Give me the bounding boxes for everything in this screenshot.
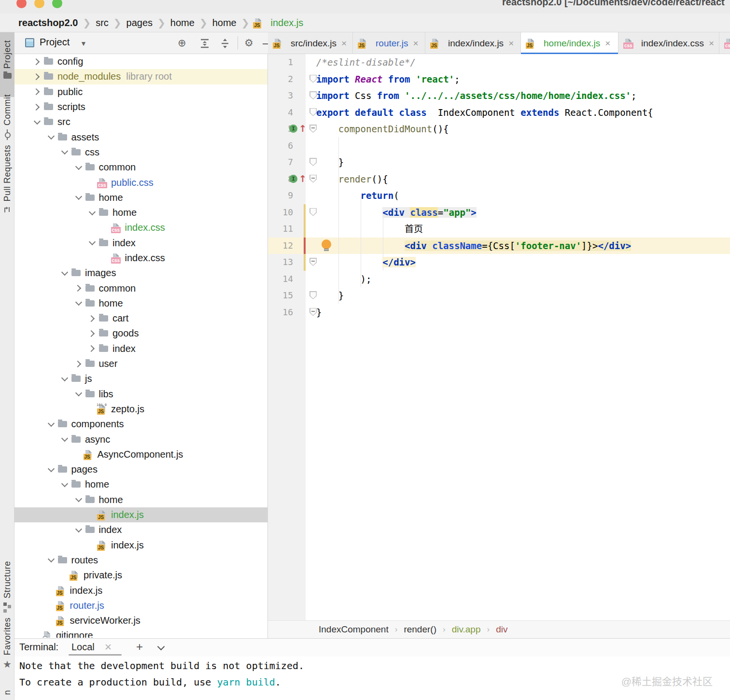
chevron-down-icon[interactable] (47, 556, 54, 562)
stripe-favorites-button[interactable]: Favorites ★ (0, 617, 14, 676)
tree-item-index.js[interactable]: JSindex.js (14, 538, 267, 553)
tree-item-index.js[interactable]: JSindex.js (14, 507, 267, 522)
tree-item-router.js[interactable]: JSrouter.js (14, 598, 267, 613)
tree-item-components[interactable]: components (14, 417, 267, 432)
settings-icon[interactable]: ⚙ (244, 36, 253, 50)
fold-marker-icon[interactable] (309, 208, 317, 216)
close-icon[interactable]: × (508, 38, 514, 49)
minimize-window-button[interactable] (34, 0, 44, 8)
fold-marker-icon[interactable] (309, 158, 317, 166)
fold-marker-icon[interactable] (309, 308, 317, 316)
chevron-down-icon[interactable]: ▼ (80, 40, 87, 47)
chevron-down-icon[interactable] (61, 435, 68, 442)
tab-partial[interactable]: css (719, 32, 730, 54)
chevron-down-icon[interactable] (61, 269, 68, 276)
chevron-down-icon[interactable] (47, 465, 54, 472)
tree-item-index.js[interactable]: JSindex.js (14, 583, 267, 598)
chevron-down-icon[interactable] (75, 299, 82, 306)
close-window-button[interactable] (16, 0, 27, 8)
tree-item-common[interactable]: common (14, 160, 267, 175)
tree-item-scripts[interactable]: scripts (14, 99, 267, 114)
chevron-right-icon[interactable] (88, 345, 95, 352)
chevron-down-icon[interactable] (47, 133, 54, 140)
fold-marker-icon[interactable] (309, 91, 317, 99)
tree-item-async[interactable]: async (14, 432, 267, 447)
tree-item-routes[interactable]: routes (14, 553, 267, 568)
chevron-down-icon[interactable] (89, 238, 96, 245)
tree-item-home[interactable]: home (14, 492, 267, 507)
tree-item-home[interactable]: home (14, 296, 267, 311)
code-editor[interactable]: 12345I↑678I↑910111213141516 /*eslint-dis… (268, 54, 730, 620)
breadcrumb-home[interactable]: home (170, 17, 195, 28)
tree-item-public.css[interactable]: csspublic.css (14, 175, 267, 190)
chevron-down-icon[interactable] (75, 495, 82, 502)
chevron-right-icon[interactable] (88, 330, 95, 337)
chevron-down-icon[interactable] (61, 375, 68, 381)
tree-item-images[interactable]: images (14, 266, 267, 280)
tree-item-src[interactable]: src (14, 114, 267, 129)
chevron-down-icon[interactable] (61, 480, 68, 487)
maximize-window-button[interactable] (52, 0, 62, 8)
breadcrumb-home2[interactable]: home (212, 17, 237, 28)
chevron-right-icon[interactable] (88, 315, 95, 322)
tree-item-common[interactable]: common (14, 280, 267, 295)
chevron-down-icon[interactable] (75, 163, 82, 170)
stripe-pull-requests-button[interactable]: Pull Requests (0, 145, 14, 232)
tree-item-public[interactable]: public (14, 84, 267, 99)
tree-item-pages[interactable]: pages (14, 462, 267, 477)
crumb-render[interactable]: render() (404, 624, 436, 635)
locate-icon[interactable]: ⊕ (178, 36, 186, 50)
chevron-down-icon[interactable] (47, 420, 54, 427)
tree-item-zepto.js[interactable]: JS101 0zepto.js (14, 402, 267, 417)
chevron-right-icon[interactable] (74, 361, 81, 367)
tree-item-serviceWorker.js[interactable]: JSserviceWorker.js (14, 613, 267, 628)
fold-marker-icon[interactable] (309, 75, 317, 83)
terminal-tab-local[interactable]: Local (71, 642, 95, 653)
tree-item-libs[interactable]: libs (14, 387, 267, 402)
tree-item-css[interactable]: css (14, 145, 267, 160)
close-icon[interactable]: × (709, 38, 714, 49)
crumb-div-app[interactable]: div.app (452, 624, 481, 635)
close-icon[interactable]: × (605, 38, 610, 49)
close-icon[interactable]: ✕ (104, 642, 112, 653)
chevron-down-icon[interactable] (89, 209, 96, 215)
tree-item-index[interactable]: index (14, 341, 267, 356)
stripe-structure-button[interactable]: Structure (0, 561, 14, 615)
tree-item-gitignore[interactable]: gitignore (14, 628, 267, 638)
tree-item-index.css[interactable]: cssindex.css (14, 251, 267, 266)
breadcrumb-file[interactable]: index.js (270, 17, 303, 28)
tab-index/index.css[interactable]: cssindex/index.css× (618, 32, 719, 54)
chevron-down-icon[interactable] (75, 390, 82, 396)
tab-home/index.js[interactable]: JShome/index.js× (521, 32, 618, 54)
chevron-right-icon[interactable] (33, 88, 40, 95)
breadcrumb-src[interactable]: src (96, 17, 109, 28)
chevron-down-icon[interactable] (157, 643, 165, 651)
tree-item-js[interactable]: js (14, 371, 267, 386)
collapse-all-icon[interactable] (219, 38, 231, 49)
chevron-right-icon[interactable] (33, 103, 40, 110)
tree-item-private.js[interactable]: JSprivate.js (14, 568, 267, 583)
fold-marker-icon[interactable] (309, 175, 317, 183)
crumb-component[interactable]: IndexComponent (319, 624, 389, 635)
expand-all-icon[interactable] (199, 38, 211, 49)
new-terminal-button[interactable]: + (136, 640, 143, 654)
fold-marker-icon[interactable] (309, 258, 317, 266)
override-marker-icon[interactable]: I (289, 125, 297, 133)
chevron-down-icon[interactable] (75, 193, 82, 200)
terminal-panel[interactable]: Terminal: Local ✕ + Note that the develo… (14, 638, 730, 700)
tree-item-index[interactable]: index (14, 522, 267, 537)
tab-src/index.js[interactable]: JSsrc/index.js× (268, 32, 353, 54)
fold-marker-icon[interactable] (309, 125, 317, 133)
tree-item-home[interactable]: home (14, 190, 267, 205)
tab-index/index.js[interactable]: JSindex/index.js× (425, 32, 521, 54)
chevron-right-icon[interactable] (33, 73, 40, 80)
tree-item-user[interactable]: user (14, 356, 267, 371)
fold-marker-icon[interactable] (309, 291, 317, 299)
close-icon[interactable]: × (341, 38, 347, 49)
chevron-right-icon[interactable] (33, 58, 40, 65)
chevron-right-icon[interactable] (74, 285, 81, 292)
crumb-div[interactable]: div (496, 624, 507, 635)
fold-marker-icon[interactable] (309, 108, 317, 116)
breadcrumb-project[interactable]: reactshop2.0 (18, 17, 78, 28)
close-icon[interactable]: × (413, 38, 419, 49)
